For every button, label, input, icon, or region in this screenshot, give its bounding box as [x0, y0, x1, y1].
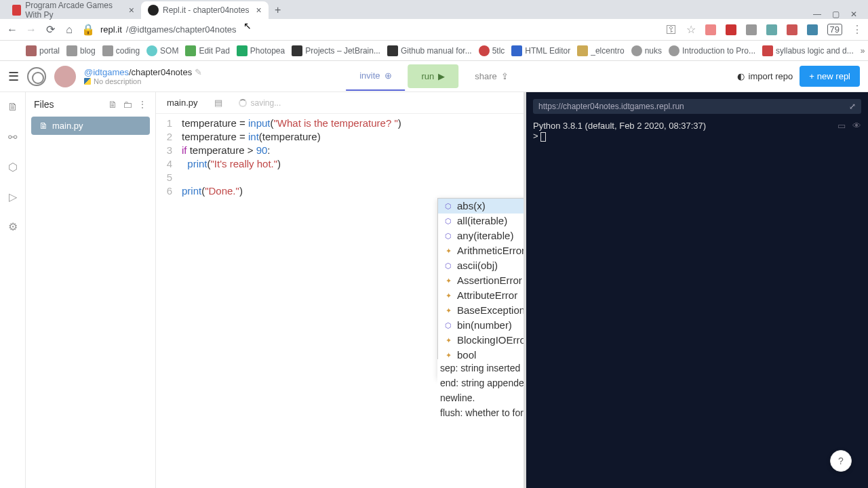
help-button[interactable]: ?	[830, 450, 852, 472]
bookmark-item[interactable]: coding	[102, 45, 140, 56]
bookmark-item[interactable]: Photopea	[237, 45, 285, 56]
forward-button[interactable]: →	[24, 23, 38, 37]
hamburger-icon[interactable]: ☰	[8, 69, 19, 84]
eye-icon[interactable]: 👁	[852, 121, 861, 131]
autocomplete-item[interactable]: ⬡ascii(obj)	[438, 258, 524, 273]
file-item[interactable]: 🗎 main.py	[31, 117, 150, 135]
editor-tab[interactable]: main.py	[167, 98, 198, 108]
reload-button[interactable]: ⟳	[43, 23, 57, 37]
github-icon: ◐	[737, 71, 745, 81]
owner-link[interactable]: @idtgames	[84, 67, 129, 77]
bookmark-item[interactable]: nuks	[631, 45, 662, 56]
bookmark-item[interactable]: Github manual for...	[387, 45, 472, 56]
class-icon: ✦	[443, 336, 453, 345]
browser-tab-active[interactable]: Repl.it - chapter04notes ×	[141, 1, 269, 19]
minimize-icon[interactable]: —	[813, 9, 821, 19]
lock-icon[interactable]: 🔒	[81, 23, 95, 37]
spinner-icon	[239, 99, 247, 107]
bookmarks-bar: portal blog coding SOM Edit Pad Photopea…	[0, 41, 868, 61]
autocomplete-item[interactable]: ✦AssertionError	[438, 273, 524, 288]
close-icon[interactable]: ×	[129, 5, 134, 16]
autocomplete-item[interactable]: ⬡abs(x)i	[438, 199, 524, 214]
function-icon: ⬡	[443, 201, 453, 211]
console-url-field[interactable]: https://chapter04notes.idtgames.repl.run…	[533, 99, 861, 114]
plus-icon: +	[809, 71, 814, 81]
autocomplete-item[interactable]: ✦AttributeError	[438, 288, 524, 303]
extension-icon[interactable]	[726, 24, 736, 35]
autocomplete-popup[interactable]: ⬡abs(x)i ⬡all(iterable) ⬡any(iterable) ✦…	[437, 198, 524, 378]
line-number: 4	[156, 157, 182, 171]
more-icon[interactable]: ⋮	[138, 99, 147, 110]
layout-icon[interactable]: ▭	[837, 121, 846, 131]
repl-header: ☰ @idtgames/chapter04notes ✎ No descript…	[0, 61, 868, 92]
version-icon[interactable]: ⚯	[6, 130, 20, 144]
new-repl-button[interactable]: +new repl	[800, 66, 860, 87]
menu-icon[interactable]: ⋮	[852, 23, 863, 36]
debug-icon[interactable]: ▷	[6, 190, 20, 203]
open-external-icon[interactable]: ⤢	[849, 102, 856, 111]
repl-name: /chapter04notes	[129, 67, 192, 77]
layout-icon[interactable]: ▤	[214, 98, 222, 108]
close-icon[interactable]: ×	[256, 5, 261, 16]
new-file-icon[interactable]: 🗎	[108, 99, 117, 110]
extension-icon[interactable]	[705, 24, 716, 35]
bookmark-item[interactable]: syllabus logic and d...	[762, 45, 854, 56]
extension-icon[interactable]	[746, 24, 757, 35]
autocomplete-item[interactable]: ⬡all(iterable)	[438, 214, 524, 228]
bookmark-item[interactable]: 5tlc	[479, 45, 505, 56]
share-button[interactable]: share⇪	[461, 62, 522, 91]
code-text: print("Done.")	[182, 184, 243, 198]
code-editor[interactable]: 1temperature = input("What is the temper…	[156, 114, 524, 488]
bookmark-item[interactable]: blog	[66, 45, 96, 56]
favicon-icon	[12, 5, 21, 16]
bookmark-item[interactable]: Introduction to Pro...	[669, 45, 755, 56]
bookmark-item[interactable]: SOM	[146, 45, 178, 56]
star-icon[interactable]: ☆	[686, 23, 696, 36]
autocomplete-item[interactable]: ✦BaseException	[438, 303, 524, 318]
browser-tab[interactable]: Program Arcade Games With Py ×	[5, 1, 141, 19]
tab-count-badge[interactable]: 79	[827, 24, 842, 35]
autocomplete-item[interactable]: ✦BlockingIOError	[438, 333, 524, 348]
run-button[interactable]: run▶	[408, 64, 459, 88]
avatar[interactable]	[54, 66, 76, 87]
bookmark-item[interactable]: Projects – JetBrain...	[292, 45, 380, 56]
autocomplete-item[interactable]: ⬡any(iterable)	[438, 228, 524, 243]
bookmark-item[interactable]: HTML Editor	[511, 45, 570, 56]
bookmark-item[interactable]: portal	[26, 45, 60, 56]
import-repo-button[interactable]: ◐import repo	[737, 71, 793, 81]
packages-icon[interactable]: ⬡	[6, 160, 20, 174]
home-button[interactable]: ⌂	[62, 23, 76, 37]
function-icon: ⬡	[443, 261, 453, 270]
replit-logo-icon[interactable]	[27, 67, 46, 86]
url-field[interactable]: repl.it/@idtgames/chapter04notes	[100, 24, 237, 35]
close-window-icon[interactable]: ✕	[850, 9, 857, 19]
bookmark-item[interactable]: _elcentro	[577, 45, 624, 56]
address-right-icons: ⚿ ☆ 79 ⋮	[666, 23, 863, 36]
edit-icon[interactable]: ✎	[195, 67, 202, 77]
line-number: 1	[156, 117, 182, 130]
doc-line: end: string appended after the last valu…	[440, 375, 524, 405]
code-text: temperature = input("What is the tempera…	[182, 117, 401, 130]
function-icon: ⬡	[443, 216, 453, 226]
url-domain: repl.it	[100, 24, 122, 35]
bookmark-item[interactable]: Edit Pad	[185, 45, 229, 56]
files-icon[interactable]: 🗎	[6, 100, 20, 114]
console-panel: https://chapter04notes.idtgames.repl.run…	[526, 92, 868, 488]
new-folder-icon[interactable]: 🗀	[123, 99, 132, 110]
extension-icon[interactable]	[807, 24, 818, 35]
new-tab-button[interactable]: +	[269, 1, 288, 19]
console-prompt: >	[533, 131, 861, 142]
settings-icon[interactable]: ⚙	[6, 220, 20, 233]
console-output[interactable]: ▭ 👁 Python 3.8.1 (default, Feb 2 2020, 0…	[526, 118, 868, 488]
extension-icon[interactable]	[766, 24, 777, 35]
key-icon[interactable]: ⚿	[666, 24, 677, 36]
back-button[interactable]: ←	[5, 23, 19, 37]
files-panel: Files 🗎 🗀 ⋮ 🗎 main.py	[26, 92, 156, 488]
maximize-icon[interactable]: ▢	[832, 9, 840, 19]
browser-tab-strip: Program Arcade Games With Py × Repl.it -…	[0, 0, 868, 19]
autocomplete-item[interactable]: ⬡bin(number)	[438, 318, 524, 333]
autocomplete-item[interactable]: ✦ArithmeticError	[438, 243, 524, 258]
invite-button[interactable]: invite⊕	[346, 62, 405, 91]
extension-icon[interactable]	[787, 24, 797, 35]
bookmarks-overflow-icon[interactable]: »	[861, 46, 865, 56]
